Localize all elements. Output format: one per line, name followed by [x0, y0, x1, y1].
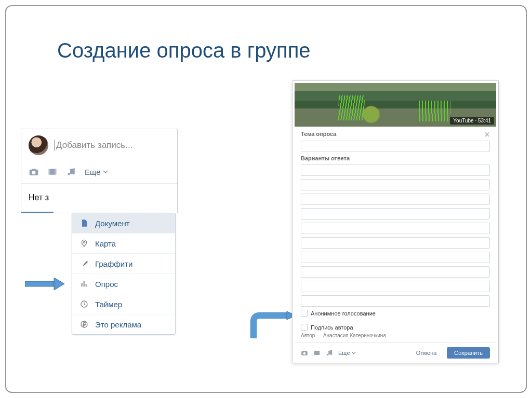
- dropdown-item-poll[interactable]: Опрос: [72, 274, 175, 294]
- editor-footer: Ещё Отмена Сохранить: [295, 342, 496, 363]
- poll-answer-input[interactable]: [301, 194, 490, 205]
- checkbox[interactable]: [301, 324, 308, 331]
- dropdown-item-label: Карта: [95, 239, 116, 248]
- signature-label: Подпись автора: [311, 324, 353, 331]
- svg-point-3: [83, 241, 85, 243]
- composer-row: Добавить запись...: [21, 129, 177, 161]
- composer-input[interactable]: Добавить запись...: [55, 140, 170, 151]
- attach-dropdown: Документ Карта Граффити Опрос Таймер Это…: [72, 213, 176, 335]
- dropdown-item-label: Это реклама: [95, 320, 141, 329]
- checkbox[interactable]: [301, 310, 308, 317]
- dropdown-item-label: Таймер: [95, 300, 122, 309]
- callout-arrow-anon: [249, 311, 296, 342]
- cancel-button[interactable]: Отмена: [411, 347, 442, 359]
- document-icon: [79, 218, 89, 228]
- svg-marker-10: [54, 278, 64, 290]
- poll-answer-input[interactable]: [301, 266, 490, 278]
- svg-rect-6: [86, 284, 87, 287]
- dropdown-item-label: Опрос: [95, 280, 118, 289]
- more-dropdown-toggle[interactable]: Ещё: [85, 168, 108, 176]
- svg-rect-9: [25, 281, 54, 286]
- video-thumbnail[interactable]: YouTube · 53:41: [295, 83, 496, 127]
- no-entries-tab[interactable]: Нет з: [21, 184, 54, 213]
- dropdown-item-timer[interactable]: Таймер: [72, 294, 175, 314]
- dropdown-item-label: Документ: [95, 219, 130, 228]
- chevron-down-icon: [352, 351, 356, 355]
- poll-answer-input[interactable]: [301, 252, 490, 263]
- more-label: Ещё: [85, 168, 101, 176]
- video-icon[interactable]: [313, 349, 321, 356]
- anonymous-vote-row[interactable]: Анонимное голосование: [301, 310, 490, 317]
- dropdown-item-document[interactable]: Документ: [72, 213, 175, 234]
- callout-arrow-poll: [25, 278, 64, 290]
- dropdown-item-ad[interactable]: Это реклама: [72, 314, 175, 334]
- poll-answer-input[interactable]: [301, 179, 490, 190]
- avatar[interactable]: [29, 135, 48, 155]
- author-signature-row[interactable]: Подпись автора: [301, 324, 490, 331]
- svg-rect-4: [82, 283, 83, 287]
- svg-rect-5: [84, 281, 85, 287]
- author-line: Автор — Анастасия Катериночкина: [301, 333, 490, 338]
- anon-vote-label: Анонимное голосование: [311, 310, 376, 317]
- svg-rect-2: [55, 169, 56, 175]
- attach-toolbar: Ещё: [21, 161, 177, 184]
- chevron-down-icon: [103, 169, 108, 174]
- music-icon[interactable]: [326, 349, 333, 356]
- poll-editor-panel: YouTube · 53:41 Тема опроса ✕ Варианты о…: [292, 80, 499, 363]
- footer-more-toggle[interactable]: Ещё: [338, 350, 356, 356]
- svg-rect-1: [49, 169, 50, 175]
- poll-icon: [79, 279, 89, 289]
- poll-answers-container: [301, 164, 490, 307]
- slide-title: Создание опроса в группе: [57, 39, 311, 62]
- camera-icon[interactable]: [301, 349, 308, 356]
- poll-topic-label: Тема опроса: [301, 131, 336, 139]
- svg-rect-12: [314, 351, 320, 355]
- poll-answers-label: Варианты ответа: [301, 155, 350, 161]
- poll-topic-input[interactable]: [301, 141, 490, 152]
- video-icon[interactable]: [47, 167, 58, 177]
- save-button[interactable]: Сохранить: [447, 347, 490, 359]
- post-composer-panel: Добавить запись... Ещё Нет з: [21, 129, 178, 213]
- poll-answer-input[interactable]: [301, 208, 490, 219]
- clock-icon: [79, 299, 89, 309]
- camera-icon[interactable]: [29, 167, 39, 177]
- ruble-icon: [79, 320, 89, 329]
- poll-answer-input[interactable]: [301, 295, 490, 307]
- music-icon[interactable]: [66, 167, 76, 177]
- poll-answer-input[interactable]: [301, 164, 490, 176]
- poll-answer-input[interactable]: [301, 223, 490, 234]
- poll-answer-input[interactable]: [301, 237, 490, 249]
- brush-icon: [79, 259, 89, 268]
- map-pin-icon: [79, 239, 89, 248]
- video-source-badge: YouTube · 53:41: [450, 117, 494, 125]
- dropdown-item-label: Граффити: [95, 259, 132, 268]
- poll-answer-input[interactable]: [301, 281, 490, 292]
- dropdown-item-map[interactable]: Карта: [72, 234, 175, 254]
- close-icon[interactable]: ✕: [484, 131, 490, 139]
- dropdown-item-graffiti[interactable]: Граффити: [72, 254, 175, 274]
